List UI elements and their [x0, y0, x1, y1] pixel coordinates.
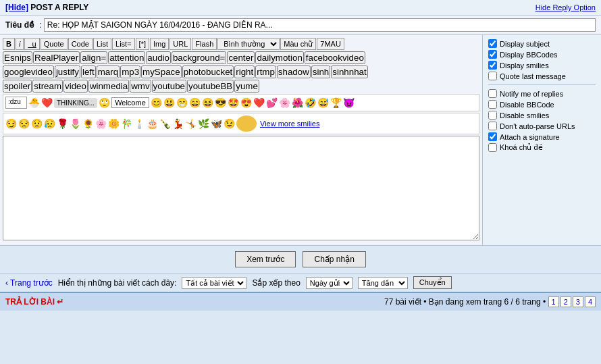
preview-button[interactable]: Xem trước: [235, 251, 296, 267]
hide-link[interactable]: [Hide]: [5, 3, 28, 12]
facebookvideo-button[interactable]: facebookvideo: [305, 51, 365, 64]
smiley-22[interactable]: 😒: [18, 119, 30, 128]
smiley-16[interactable]: 🌺: [292, 98, 303, 107]
center-button[interactable]: center: [227, 51, 255, 64]
url-button[interactable]: URL: [169, 38, 191, 50]
sort-select[interactable]: Ngày gửi Tác giả Tiêu đề: [306, 277, 352, 289]
smiley-11[interactable]: 🤩: [228, 98, 239, 107]
smiley-8[interactable]: 😄: [189, 98, 201, 107]
smiley-21[interactable]: 😏: [5, 119, 17, 128]
page-link-1[interactable]: 1: [548, 296, 559, 307]
smiley-4[interactable]: 🙄: [99, 98, 110, 107]
marq-button[interactable]: marq: [97, 66, 120, 78]
reply-textarea[interactable]: [3, 136, 479, 240]
rtmp-button[interactable]: rtmp: [255, 66, 276, 78]
smiley-special[interactable]: [236, 115, 257, 132]
flash-button[interactable]: Flash: [192, 38, 217, 50]
smiley-20[interactable]: 😈: [343, 98, 355, 107]
dailymotion-button[interactable]: dailymotion: [255, 51, 303, 64]
disable-smilies-checkbox[interactable]: [488, 111, 497, 120]
mp3-button[interactable]: mp3: [120, 66, 140, 78]
sinh-button[interactable]: sinh: [311, 66, 330, 78]
quote-button[interactable]: Quote: [41, 38, 68, 50]
smiley-19[interactable]: 🏆: [330, 98, 342, 107]
smiley-28[interactable]: 🌸: [95, 119, 107, 128]
7mau-button[interactable]: 7MAU: [317, 38, 344, 50]
thinking-smiley[interactable]: THINKING...: [54, 98, 97, 108]
khoa-chu-de-checkbox[interactable]: [488, 143, 497, 152]
sinhnhat-button[interactable]: sinhnhat: [331, 66, 367, 78]
winmedia-button[interactable]: winmedia: [88, 80, 129, 93]
youtubebb-button[interactable]: youtubeBB: [187, 80, 234, 93]
quote-last-checkbox[interactable]: [488, 72, 497, 80]
submit-button[interactable]: Chấp nhận: [303, 251, 365, 267]
background-button[interactable]: background=: [172, 51, 226, 64]
underline-button[interactable]: _u: [24, 38, 39, 50]
smiley-34[interactable]: 💃: [172, 119, 184, 128]
list-button[interactable]: List: [93, 38, 111, 50]
page-link-4[interactable]: 4: [585, 296, 596, 307]
smiley-10[interactable]: 😎: [215, 98, 226, 107]
smiley-33[interactable]: 🍾: [159, 119, 171, 128]
show-posts-select[interactable]: Tất cả bài viết 1 ngày 7 ngày 30 ngày: [182, 277, 246, 289]
smiley-2[interactable]: ❤️: [41, 98, 53, 107]
smiley-13[interactable]: ❤️: [253, 98, 265, 107]
hide-reply-option[interactable]: Hide Reply Option: [535, 3, 596, 11]
smiley-9[interactable]: 😆: [202, 98, 213, 107]
smiley-6[interactable]: 😃: [163, 98, 175, 107]
img-button[interactable]: Img: [150, 38, 169, 50]
display-subject-checkbox[interactable]: [488, 39, 497, 48]
myspace-button[interactable]: mySpace: [141, 66, 182, 78]
smiley-26[interactable]: 🌷: [70, 119, 81, 128]
listitem-button[interactable]: [*]: [136, 38, 149, 50]
prev-page-link[interactable]: ‹ Trang trước: [5, 278, 53, 288]
smiley-12[interactable]: 😍: [240, 98, 252, 107]
smiley-31[interactable]: 🕯️: [134, 119, 145, 128]
welcome-smiley[interactable]: Welcome: [111, 97, 149, 108]
align-button[interactable]: align=: [80, 51, 107, 64]
subject-input[interactable]: [44, 18, 596, 32]
smiley-17[interactable]: 🤣: [305, 98, 316, 107]
realplayer-button[interactable]: RealPlayer: [33, 51, 80, 64]
smiley-14[interactable]: 💕: [266, 98, 278, 107]
justify-button[interactable]: justify: [55, 66, 80, 78]
dzu-input[interactable]: :dzu: [5, 97, 27, 109]
smiley-37[interactable]: 🦋: [211, 119, 222, 128]
attach-sig-checkbox[interactable]: [488, 132, 497, 141]
photobucket-button[interactable]: photobucket: [182, 66, 234, 78]
disable-bbcode-checkbox[interactable]: [488, 100, 497, 109]
smiley-23[interactable]: 😟: [31, 119, 43, 128]
bold-button[interactable]: B: [3, 38, 15, 50]
spoiler-button[interactable]: spoiler: [3, 80, 32, 93]
yume-button[interactable]: yume: [234, 80, 259, 93]
italic-button[interactable]: i: [16, 38, 24, 50]
stream-button[interactable]: stream: [32, 80, 63, 93]
list-eq-button[interactable]: List=: [112, 38, 135, 50]
esnips-button[interactable]: Esnips: [3, 51, 32, 64]
display-smilies-checkbox[interactable]: [488, 61, 497, 70]
smiley-1[interactable]: 🐣: [28, 98, 40, 107]
color-button[interactable]: Màu chữ: [280, 38, 316, 50]
page-link-3[interactable]: 3: [573, 296, 583, 307]
view-more-smilies[interactable]: View more smilies: [260, 120, 319, 128]
smiley-7[interactable]: 😁: [176, 98, 188, 107]
attention-button[interactable]: attention: [108, 51, 145, 64]
smiley-29[interactable]: 🌼: [108, 119, 120, 128]
code-button[interactable]: Code: [68, 38, 93, 50]
smiley-18[interactable]: 😅: [317, 98, 329, 107]
audio-button[interactable]: audio: [146, 51, 171, 64]
smiley-30[interactable]: 🎋: [121, 119, 132, 128]
go-button[interactable]: Chuyển: [413, 276, 452, 289]
wmv-button[interactable]: wmv: [130, 80, 151, 93]
no-auto-parse-checkbox[interactable]: [488, 122, 497, 130]
smiley-wink[interactable]: 😉: [224, 119, 235, 128]
googlevideo-button[interactable]: googlevideo: [3, 66, 54, 78]
smiley-35[interactable]: 🤸: [185, 119, 197, 128]
video-button[interactable]: video: [63, 80, 88, 93]
order-select[interactable]: Tăng dần Giảm dần: [358, 277, 408, 289]
smiley-36[interactable]: 🌿: [198, 119, 209, 128]
notify-replies-checkbox[interactable]: [488, 89, 497, 98]
smiley-24[interactable]: 😥: [44, 119, 55, 128]
text-style-select[interactable]: Bình thường Heading 1 Heading 2: [217, 38, 280, 50]
shadow-button[interactable]: shadow: [277, 66, 311, 78]
